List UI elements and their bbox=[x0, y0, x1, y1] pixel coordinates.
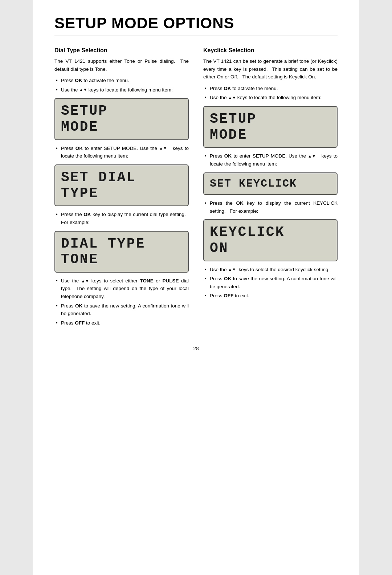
right-bullets-2: Press OK to enter SETUP MODE. Use the ▲▼… bbox=[203, 152, 338, 168]
left-bullet-2-1: Press OK to enter SETUP MODE. Use the ▲▼… bbox=[54, 144, 189, 160]
right-lcd-1-line1: SETUP bbox=[210, 111, 331, 127]
right-bullets-3: Press the OK key to display the current … bbox=[203, 199, 338, 215]
content-area: Dial Type Selection The VT 1421 supports… bbox=[54, 47, 338, 331]
right-bullets-1: Press OK to activate the menu. Use the ▲… bbox=[203, 85, 338, 102]
right-lcd-1-line2: MODE bbox=[210, 127, 331, 143]
right-lcd-2-line1: SET KEYCLICK bbox=[210, 178, 331, 190]
left-lcd-2-line1: SET DIAL bbox=[61, 170, 182, 185]
left-bullets-4: Use the ▲▼ keys to select either TONE or… bbox=[54, 277, 189, 327]
right-bullet-1-2: Use the ▲▼ keys to locate the following … bbox=[203, 94, 338, 102]
right-bullet-4-1: Use the ▲▼ keys to select the desired ke… bbox=[203, 266, 338, 274]
right-lcd-3-line1: KEYCLICK bbox=[210, 224, 331, 240]
right-intro: The VT 1421 can be set to generate a bri… bbox=[203, 57, 338, 81]
left-bullet-4-2: Press OK to save the new setting. A conf… bbox=[54, 302, 189, 318]
page-number: 28 bbox=[54, 346, 338, 351]
left-bullet-4-3: Press OFF to exit. bbox=[54, 319, 189, 327]
left-bullets-3: Press the OK key to display the current … bbox=[54, 211, 189, 226]
right-bullet-2-1: Press OK to enter SETUP MODE. Use the ▲▼… bbox=[203, 152, 338, 168]
left-lcd-1-line2: MODE bbox=[61, 119, 182, 135]
left-lcd-1: SETUP MODE bbox=[54, 98, 189, 140]
page: SETUP MODE OPTIONS Dial Type Selection T… bbox=[33, 0, 359, 575]
right-bullet-4-2: Press OK to save the new setting. A conf… bbox=[203, 275, 338, 290]
left-lcd-3: DIAL TYPE TONE bbox=[54, 231, 189, 273]
left-bullets-1: Press OK to activate the menu. Use the ▲… bbox=[54, 77, 189, 94]
left-intro: The VT 1421 supports either Tone or Puls… bbox=[54, 57, 189, 73]
page-title: SETUP MODE OPTIONS bbox=[54, 15, 338, 36]
left-lcd-3-line2: TONE bbox=[61, 252, 182, 268]
right-section-heading: Keyclick Selection bbox=[203, 47, 338, 54]
left-bullets-2: Press OK to enter SETUP MODE. Use the ▲▼… bbox=[54, 144, 189, 160]
left-lcd-1-line1: SETUP bbox=[61, 103, 182, 119]
right-lcd-3-line2: ON bbox=[210, 240, 331, 256]
right-column: Keyclick Selection The VT 1421 can be se… bbox=[203, 47, 338, 331]
left-bullet-3-1: Press the OK key to display the current … bbox=[54, 211, 189, 226]
right-lcd-3: KEYCLICK ON bbox=[203, 219, 338, 261]
right-bullet-4-3: Press OFF to exit. bbox=[203, 292, 338, 300]
right-bullets-4: Use the ▲▼ keys to select the desired ke… bbox=[203, 266, 338, 300]
left-lcd-2: SET DIAL TYPE bbox=[54, 164, 189, 206]
right-lcd-1: SETUP MODE bbox=[203, 106, 338, 148]
left-section-heading: Dial Type Selection bbox=[54, 47, 189, 54]
right-bullet-1-1: Press OK to activate the menu. bbox=[203, 85, 338, 93]
right-bullet-3-1: Press the OK key to display the current … bbox=[203, 199, 338, 215]
left-bullet-1-1: Press OK to activate the menu. bbox=[54, 77, 189, 85]
left-bullet-1-2: Use the ▲▼ keys to locate the following … bbox=[54, 86, 189, 94]
right-lcd-2: SET KEYCLICK bbox=[203, 172, 338, 195]
left-lcd-2-line2: TYPE bbox=[61, 185, 182, 201]
left-bullet-4-1: Use the ▲▼ keys to select either TONE or… bbox=[54, 277, 189, 301]
left-column: Dial Type Selection The VT 1421 supports… bbox=[54, 47, 189, 331]
left-lcd-3-line1: DIAL TYPE bbox=[61, 236, 182, 252]
